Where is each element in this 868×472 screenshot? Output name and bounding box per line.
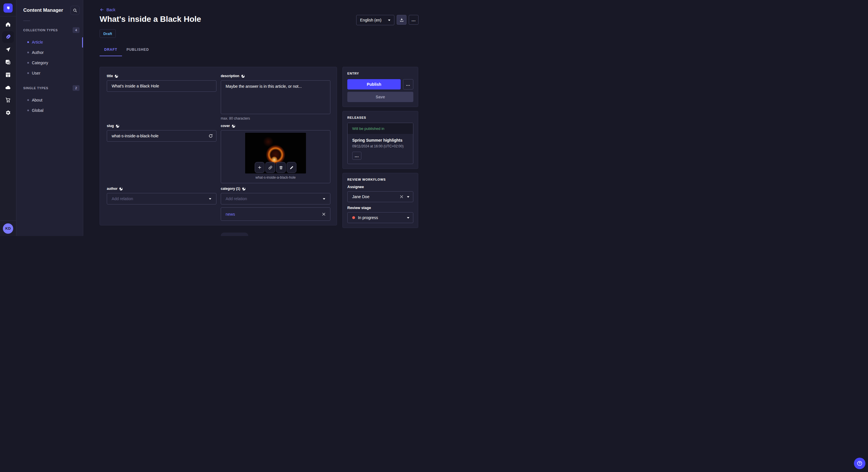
regenerate-slug-button[interactable] [208, 134, 213, 138]
assignee-combobox[interactable]: Jane Doe [347, 191, 413, 202]
download-button[interactable] [397, 15, 406, 25]
plus-icon [257, 165, 262, 170]
subnav-title: Content Manager [23, 7, 63, 13]
clear-icon[interactable] [400, 195, 403, 198]
section-label: COLLECTION TYPES [23, 28, 58, 32]
cover-media-box: what-s-inside-a-black-hole [221, 130, 330, 183]
edit-media-button[interactable] [287, 162, 297, 173]
pencil-icon [289, 165, 293, 170]
back-label: Back [106, 7, 115, 12]
chevron-down-icon [388, 19, 391, 21]
paper-plane-icon[interactable] [2, 44, 14, 55]
rail-nav [0, 16, 16, 221]
more-options-button[interactable]: ... [409, 15, 418, 25]
stage-value: In progress [358, 215, 378, 220]
sidebar-item-label: Global [32, 108, 43, 113]
field-label: slug [107, 124, 114, 128]
cloud-icon[interactable] [2, 82, 14, 93]
main-content: Back What's inside a Black Hole Draft DR… [83, 0, 434, 236]
panel-title: REVIEW WORKFLOWS [347, 178, 413, 181]
sidebar-item-label: User [32, 71, 40, 75]
title-input[interactable] [107, 80, 216, 92]
field-label: title [107, 74, 113, 78]
assignee-value: Jane Doe [352, 194, 400, 199]
more-horizontal-icon: ... [355, 154, 359, 158]
bullet-icon [27, 62, 29, 64]
single-types-section: SINGLE TYPES 2 About Global [17, 85, 83, 115]
sidebar-item-about[interactable]: About [17, 95, 83, 105]
refresh-icon [208, 134, 213, 138]
sidebar-item-author[interactable]: Author [17, 47, 83, 58]
tab-draft[interactable]: DRAFT [100, 47, 122, 56]
chevron-down-icon [407, 196, 410, 198]
count-badge: 2 [73, 85, 80, 91]
release-card: Will be published in Spring Summer highl… [347, 123, 413, 164]
section-label: SINGLE TYPES [23, 86, 48, 90]
slug-input[interactable] [107, 130, 216, 142]
nav-rail: KD [0, 0, 17, 236]
strapi-logo[interactable] [3, 3, 12, 12]
search-icon [73, 8, 77, 12]
remove-relation-button[interactable] [322, 212, 326, 216]
save-button[interactable]: Save [347, 92, 413, 102]
bullet-icon [27, 99, 29, 101]
title-field: title [107, 74, 216, 121]
author-field: author Add relation [107, 187, 216, 221]
cover-caption: what-s-inside-a-black-hole [221, 175, 330, 179]
copy-link-button[interactable] [266, 162, 275, 173]
chevron-down-icon [407, 217, 410, 219]
home-icon[interactable] [2, 19, 14, 30]
bullet-icon [27, 52, 29, 53]
relation-link[interactable]: news [226, 212, 235, 216]
user-avatar[interactable]: KD [3, 224, 13, 234]
media-library-icon[interactable] [2, 57, 14, 68]
release-name: Spring Summer highlights [352, 138, 408, 142]
category-relation-select[interactable]: Add relation [221, 193, 330, 204]
download-icon [400, 18, 404, 22]
review-stage-label: Review stage [347, 206, 413, 210]
back-link[interactable]: Back [100, 0, 115, 12]
sidebar-item-article[interactable]: Article [17, 37, 83, 47]
tab-published[interactable]: PUBLISHED [122, 47, 154, 56]
locale-select-value: English (en) [360, 18, 381, 22]
bullet-icon [27, 109, 29, 111]
description-textarea[interactable]: Maybe the answer is in this article, or … [221, 80, 330, 114]
select-placeholder: Add relation [112, 196, 133, 201]
content-type-builder-icon[interactable] [2, 69, 14, 80]
rail-user-area: KD [0, 221, 16, 236]
bullet-icon [27, 41, 29, 43]
strapi-logo-icon [5, 5, 11, 11]
sidebar-item-user[interactable]: User [17, 68, 83, 78]
locale-select[interactable]: English (en) [356, 15, 394, 25]
release-more-button[interactable]: ... [352, 152, 361, 160]
next-section-peek [221, 233, 248, 236]
add-media-button[interactable] [255, 162, 265, 173]
cover-field: cover [221, 124, 330, 183]
search-button[interactable] [70, 6, 80, 15]
author-relation-select[interactable]: Add relation [107, 193, 216, 204]
sidebar-item-category[interactable]: Category [17, 58, 83, 68]
link-icon [268, 165, 272, 170]
sidebar-item-label: Article [32, 40, 43, 44]
bullet-icon [27, 72, 29, 74]
panel-title: ENTRY [347, 72, 413, 75]
collection-types-section: COLLECTION TYPES 4 Article Author Catego… [17, 27, 83, 78]
description-field: description Maybe the answer is in this … [221, 74, 330, 121]
delete-media-button[interactable] [276, 162, 286, 173]
category-field: category (1) Add relation news [221, 187, 330, 221]
settings-gear-icon[interactable] [2, 107, 14, 119]
marketplace-cart-icon[interactable] [2, 94, 14, 106]
description-hint: max. 80 characters [221, 116, 330, 121]
entry-form-card: title description Maybe the answer is in… [100, 67, 337, 225]
sidebar-item-global[interactable]: Global [17, 105, 83, 115]
entry-more-button[interactable]: ... [403, 79, 413, 90]
close-icon [322, 212, 326, 216]
globe-icon [231, 124, 236, 128]
subnav-divider [23, 21, 30, 21]
relation-item-news: news [221, 207, 330, 221]
content-manager-feather-icon[interactable] [2, 31, 14, 43]
publish-button[interactable]: Publish [347, 79, 401, 90]
review-stage-combobox[interactable]: In progress [347, 212, 413, 223]
sidebar-item-label: About [32, 98, 42, 102]
globe-icon [242, 187, 246, 191]
